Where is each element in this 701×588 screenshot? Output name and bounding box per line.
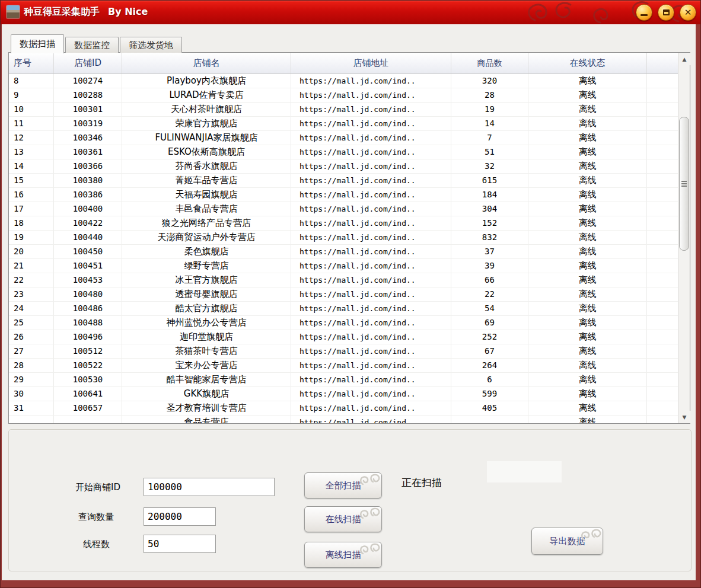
cell-seq: 28 (9, 359, 54, 372)
cell-filler (647, 216, 678, 230)
cell-online-status: 离线 (528, 245, 647, 258)
scan-offline-button[interactable]: 离线扫描 (304, 542, 382, 568)
close-button[interactable]: ✕ (680, 4, 696, 21)
tab-bar: 数据扫描 数据监控 筛选发货地 (11, 33, 183, 53)
cell-product-count: 264 (451, 359, 528, 372)
table-row[interactable]: 9 100288 LURAD佐肯专卖店 https://mall.jd.com/… (9, 88, 678, 103)
table-row[interactable]: 30 100641 GKK旗舰店 https://mall.jd.com/ind… (9, 387, 678, 401)
cell-product-count: 7 (451, 131, 528, 145)
cell-seq: 21 (9, 259, 54, 273)
table-row[interactable]: 食品专营店 https://mall.jd.com/ind.. 离线 (9, 416, 678, 423)
query-count-label: 查询数量 (78, 512, 114, 523)
swirl-ornament-icon (359, 507, 380, 523)
cell-product-count: 66 (451, 273, 528, 287)
maximize-button[interactable] (658, 4, 674, 21)
table-row[interactable]: 27 100512 茶猫茶叶专营店 https://mall.jd.com/in… (9, 344, 678, 359)
close-icon: ✕ (684, 8, 692, 17)
cell-shop-name: 丰邑食品专营店 (122, 202, 291, 216)
cell-shop-url: https://mall.jd.com/ind.. (291, 287, 451, 301)
table-row[interactable]: 16 100386 天福寿园旗舰店 https://mall.jd.com/in… (9, 188, 678, 202)
scroll-down-button[interactable]: ▼ (678, 411, 690, 423)
titlebar[interactable]: 种豆得豆采集助手By Nice ✕ (0, 0, 701, 24)
table-row[interactable]: 22 100453 冰王官方旗舰店 https://mall.jd.com/in… (9, 273, 678, 287)
col-header-online-status[interactable]: 在线状态 (528, 53, 647, 74)
cell-product-count: 832 (451, 231, 528, 244)
cell-seq: 16 (9, 188, 54, 202)
cell-shop-name: 神州蓝悦办公专营店 (122, 316, 291, 330)
table-row[interactable]: 11 100319 荣康官方旗舰店 https://mall.jd.com/in… (9, 117, 678, 131)
cell-seq: 9 (9, 88, 54, 102)
cell-product-count: 28 (451, 88, 528, 102)
scan-all-button[interactable]: 全部扫描 (304, 472, 382, 498)
col-header-shop-url[interactable]: 店铺地址 (291, 53, 451, 74)
cell-online-status: 离线 (528, 188, 647, 202)
col-header-shop-name[interactable]: 店铺名 (122, 53, 291, 74)
cell-filler (647, 117, 678, 130)
table-row[interactable]: 21 100451 绿野专营店 https://mall.jd.com/ind.… (9, 259, 678, 273)
table-row[interactable]: 17 100400 丰邑食品专营店 https://mall.jd.com/in… (9, 202, 678, 216)
cell-shop-id: 100512 (54, 344, 122, 358)
table-row[interactable]: 19 100440 天澎商贸运动户外专营店 https://mall.jd.co… (9, 231, 678, 245)
cell-filler (647, 88, 678, 102)
table-row[interactable]: 25 100488 神州蓝悦办公专营店 https://mall.jd.com/… (9, 316, 678, 330)
cell-shop-url: https://mall.jd.com/ind.. (291, 302, 451, 315)
cell-product-count: 32 (451, 159, 528, 173)
table-row[interactable]: 8 100274 Playboy内衣旗舰店 https://mall.jd.co… (9, 74, 678, 88)
table-row[interactable]: 15 100380 菁姬车品专营店 https://mall.jd.com/in… (9, 174, 678, 188)
query-count-input[interactable] (144, 507, 216, 526)
cell-shop-id: 100488 (54, 316, 122, 330)
cell-filler (647, 131, 678, 145)
scroll-up-button[interactable]: ▲ (678, 53, 690, 65)
cell-seq: 17 (9, 202, 54, 216)
table-row[interactable]: 24 100486 酷太官方旗舰店 https://mall.jd.com/in… (9, 302, 678, 316)
app-byline: By Nice (108, 6, 148, 17)
cell-shop-id: 100453 (54, 273, 122, 287)
table-row[interactable]: 12 100346 FULINWANJIA家居旗舰店 https://mall.… (9, 131, 678, 145)
table-row[interactable]: 13 100361 ESKO依斯高旗舰店 https://mall.jd.com… (9, 145, 678, 159)
status-placeholder-box (487, 461, 562, 482)
cell-online-status: 离线 (528, 287, 647, 301)
cell-online-status: 离线 (528, 88, 647, 102)
table-row[interactable]: 23 100480 透蜜母婴旗舰店 https://mall.jd.com/in… (9, 287, 678, 302)
table-row[interactable]: 18 100422 狼之光网络产品专营店 https://mall.jd.com… (9, 216, 678, 231)
thread-count-input[interactable] (144, 535, 216, 553)
vertical-scrollbar[interactable]: ▲ ▼ (678, 53, 690, 423)
scan-online-button[interactable]: 在线扫描 (304, 506, 382, 532)
cell-shop-id: 100346 (54, 131, 122, 145)
table-row[interactable]: 26 100496 迦印堂旗舰店 https://mall.jd.com/ind… (9, 330, 678, 344)
minimize-icon (641, 14, 648, 16)
cell-online-status: 离线 (528, 302, 647, 315)
cell-seq: 14 (9, 159, 54, 173)
tab-data-monitor[interactable]: 数据监控 (65, 37, 119, 53)
export-data-button[interactable]: 导出数据 (531, 528, 603, 555)
start-shop-id-input[interactable] (144, 478, 275, 496)
col-header-seq[interactable]: 序号 (9, 53, 54, 74)
table-row[interactable]: 31 100657 圣才教育培训专营店 https://mall.jd.com/… (9, 401, 678, 416)
cell-product-count: 54 (451, 302, 528, 315)
cell-shop-name: 菁姬车品专营店 (122, 174, 291, 187)
cell-shop-id: 100386 (54, 188, 122, 202)
cell-product-count: 19 (451, 103, 528, 116)
col-header-shop-id[interactable]: 店铺ID (54, 53, 122, 74)
cell-seq (9, 416, 54, 423)
cell-shop-id: 100301 (54, 103, 122, 116)
table-row[interactable]: 28 100522 宝来办公专营店 https://mall.jd.com/in… (9, 359, 678, 373)
table-row[interactable]: 14 100366 芬尚香水旗舰店 https://mall.jd.com/in… (9, 159, 678, 174)
cell-shop-id: 100288 (54, 88, 122, 102)
col-header-product-count[interactable]: 商品数 (451, 53, 528, 74)
scan-control-panel: 开始商铺ID 查询数量 线程数 全部扫描 在线扫描 离线扫描 导出数据 (8, 429, 692, 571)
cell-product-count: 615 (451, 174, 528, 187)
table-row[interactable]: 10 100301 天心村茶叶旗舰店 https://mall.jd.com/i… (9, 103, 678, 117)
tab-filter-origin[interactable]: 筛选发货地 (120, 37, 182, 53)
swirl-ornament-icon (359, 543, 380, 558)
minimize-button[interactable] (636, 4, 652, 21)
cell-shop-id: 100319 (54, 117, 122, 130)
cell-shop-id: 100641 (54, 387, 122, 401)
cell-shop-name: 茶猫茶叶专营店 (122, 344, 291, 358)
table-row[interactable]: 29 100530 酷丰智能家居专营店 https://mall.jd.com/… (9, 373, 678, 387)
scrollbar-thumb[interactable] (679, 117, 689, 251)
table-row[interactable]: 20 100450 柔色旗舰店 https://mall.jd.com/ind.… (9, 245, 678, 259)
cell-product-count: 67 (451, 344, 528, 358)
tab-data-scan[interactable]: 数据扫描 (11, 34, 64, 53)
cell-online-status: 离线 (528, 273, 647, 287)
